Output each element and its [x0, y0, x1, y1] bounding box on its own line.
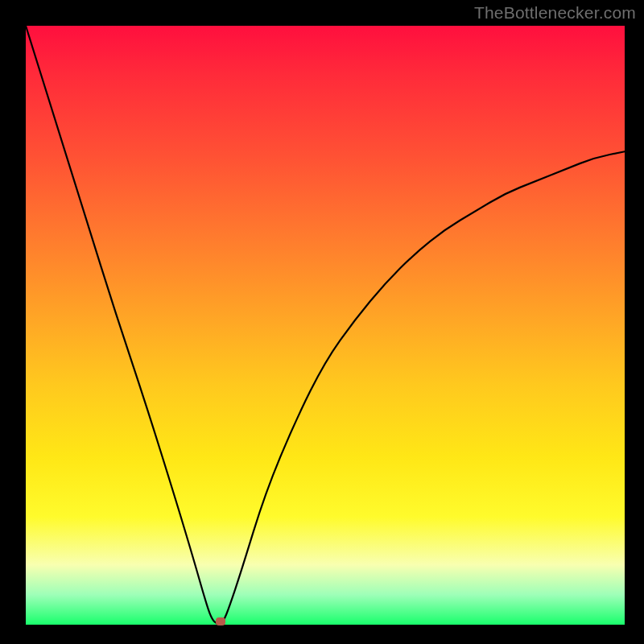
watermark-text: TheBottlenecker.com: [474, 3, 636, 23]
chart-frame: TheBottlenecker.com: [0, 0, 644, 644]
plot-area: [26, 26, 625, 625]
bottleneck-curve: [26, 26, 625, 625]
optimal-point-marker: [216, 617, 225, 625]
